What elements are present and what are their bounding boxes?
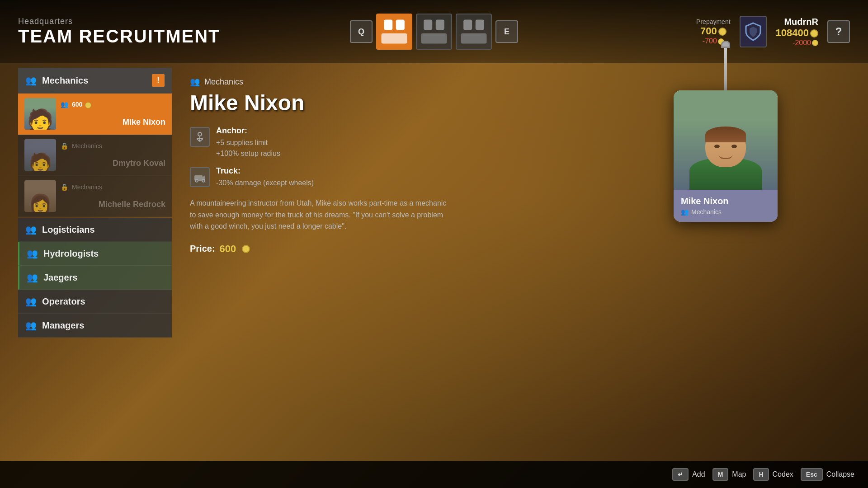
id-card-info: Mike Nixon 👥 Mechanics [674,190,778,222]
logisticians-label: Logisticians [42,225,165,235]
anchor-details: Anchor: +5 supplies limit +100% setup ra… [216,126,280,159]
tab-2-button[interactable] [416,14,452,50]
truck-details: Truck: -30% damage (except wheels) [216,166,314,188]
id-card-role: 👥 Mechanics [681,208,770,216]
action-add[interactable]: ↵ Add [672,468,705,481]
hydrologists-label: Hydrologists [43,249,165,259]
sidebar-item-jaegers[interactable]: 👥 Jaegers [18,266,172,290]
lanyard-wire [724,45,727,95]
svg-rect-1 [396,19,405,30]
svg-rect-2 [382,33,407,44]
svg-rect-0 [384,19,392,30]
svg-rect-3 [424,19,432,30]
dmytro-cat: Mechanics [72,142,102,150]
operators-label: Operators [42,296,165,307]
codex-label: Codex [773,470,793,479]
managers-icon: 👥 [25,320,37,331]
truck-desc-1: -30% damage (except wheels) [216,178,314,188]
prepayment-amount: 700 [696,25,730,37]
mechanics-header-icon: 👥 [25,75,37,86]
ability-anchor: Anchor: +5 supplies limit +100% setup ra… [190,126,452,159]
member-item-dmytro[interactable]: 🧑 🔒 Mechanics Dmytro Koval [18,135,172,176]
price-row: Price: 600 [190,243,452,255]
prepayment-label: Prepayment [696,18,730,25]
jaegers-icon: 👥 [27,272,38,283]
add-label: Add [692,470,705,479]
tab-e-key[interactable]: E [495,20,518,43]
user-deduct: -2000 [776,39,818,47]
sidebar-item-operators[interactable]: 👥 Operators [18,290,172,314]
svg-point-13 [195,179,198,182]
anchor-icon [190,127,210,147]
mike-cost: 600 [72,101,91,108]
collapse-label: Collapse [826,470,854,479]
bio-text: A mountaineering instructor from Utah, M… [190,197,452,232]
breadcrumb: Headquarters [18,17,226,26]
collapse-key: Esc [801,468,823,481]
svg-rect-8 [461,33,487,44]
user-currency: 108400 [776,27,818,39]
anchor-desc-1: +5 supplies limit [216,137,280,148]
operators-icon: 👥 [25,296,37,307]
mechanics-header-label: Mechanics [42,75,146,86]
member-item-mike-nixon[interactable]: 🧑 👥 600 Mike Nixon [18,94,172,135]
codex-key: H [753,468,769,481]
sidebar-item-managers[interactable]: 👥 Managers [18,314,172,338]
page-title: TEAM RECRUITMENT [18,26,226,47]
header-title-block: Headquarters TEAM RECRUITMENT [18,17,226,47]
id-card-container: Mike Nixon 👥 Mechanics [674,90,778,222]
map-key: M [712,468,729,481]
action-codex[interactable]: H Codex [753,468,793,481]
michelle-name: Michelle Redrock [61,191,165,209]
recruit-cat-name: Mechanics [204,77,243,87]
help-button[interactable]: ? [827,20,850,43]
id-card-role-icon: 👥 [681,208,689,216]
svg-point-14 [202,179,205,182]
truck-name: Truck: [216,166,314,176]
svg-rect-6 [463,19,472,30]
svg-point-9 [198,132,202,136]
warning-icon: ! [152,74,165,87]
price-label: Price: [190,244,215,254]
svg-rect-7 [476,19,484,30]
action-map[interactable]: M Map [712,468,746,481]
tab-3-button[interactable] [456,14,492,50]
member-avatar-michelle: 👩 [24,180,56,212]
member-avatar-dmytro: 🧑 [24,139,56,171]
member-avatar-mike: 🧑 [24,98,56,130]
svg-rect-5 [421,33,447,44]
hydrologists-icon: 👥 [27,248,38,259]
sidebar-item-mechanics-header[interactable]: 👥 Mechanics ! [18,68,172,94]
logisticians-icon: 👥 [25,224,37,235]
michelle-cat: Mechanics [72,183,102,191]
action-collapse[interactable]: Esc Collapse [801,468,854,481]
price-coin-icon [242,245,250,253]
id-card-photo [674,90,778,190]
bottom-bar: ↵ Add M Map H Codex Esc Collapse [0,461,868,488]
recruit-cat-icon: 👥 [190,77,200,87]
mike-name: Mike Nixon [61,108,165,127]
username: MudrnR [776,17,818,27]
sidebar-item-logisticians[interactable]: 👥 Logisticians [18,218,172,242]
tab-q-key[interactable]: Q [350,20,373,43]
header: Headquarters TEAM RECRUITMENT Q [0,0,868,63]
sidebar-item-hydrologists[interactable]: 👥 Hydrologists [18,242,172,266]
recruit-name: Mike Nixon [190,90,452,115]
managers-label: Managers [42,320,165,331]
user-box: MudrnR 108400 -2000 [776,17,818,47]
tab-1-button[interactable] [376,14,412,50]
id-card: Mike Nixon 👥 Mechanics [674,90,778,222]
anchor-name: Anchor: [216,126,280,136]
dmytro-name: Dmytro Koval [61,150,165,168]
jaegers-label: Jaegers [43,272,165,283]
id-card-name: Mike Nixon [681,196,770,206]
lanyard-clip [721,41,730,48]
add-key: ↵ [672,468,689,481]
header-right: Prepayment 700 -700 MudrnR 108400 -2000 … [642,16,850,47]
member-item-michelle[interactable]: 👩 🔒 Mechanics Michelle Redrock [18,176,172,217]
main-content: 👥 Mechanics Mike Nixon Anchor: +5 suppli… [181,68,461,452]
map-label: Map [732,470,746,479]
svg-rect-4 [436,19,444,30]
shield-icon [740,16,767,47]
price-amount: 600 [220,243,236,255]
